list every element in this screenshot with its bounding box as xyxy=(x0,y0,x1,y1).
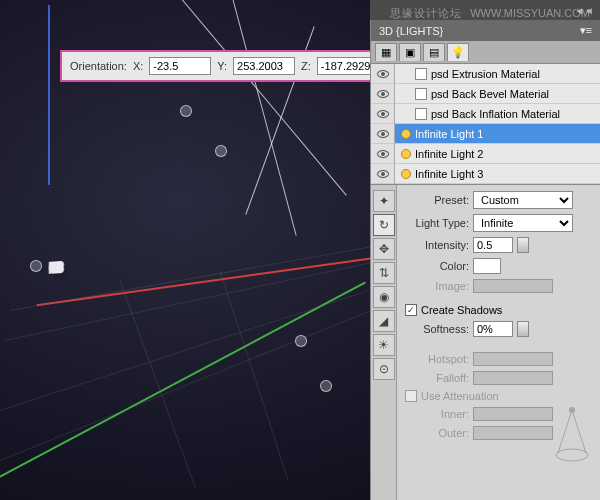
visibility-toggle[interactable] xyxy=(371,104,394,124)
shadows-label: Create Shadows xyxy=(421,304,502,316)
list-item-material[interactable]: psd Extrusion Material xyxy=(395,64,600,84)
intensity-label: Intensity: xyxy=(405,239,469,251)
watermark: 思缘设计论坛 WWW.MISSYUAN.COM xyxy=(390,6,590,21)
list-item-label: Infinite Light 3 xyxy=(415,168,484,180)
eye-icon xyxy=(377,170,389,178)
inner-label: Inner: xyxy=(405,408,469,420)
tool-infinite-light-icon[interactable]: ☀ xyxy=(373,334,395,356)
lighttype-select[interactable]: Infinite xyxy=(473,214,573,232)
orientation-y-input[interactable] xyxy=(233,57,295,75)
list-item-material[interactable]: psd Back Bevel Material xyxy=(395,84,600,104)
light-guide[interactable] xyxy=(223,0,296,236)
tab-mesh-icon[interactable]: ▣ xyxy=(399,43,421,61)
panel-title: 3D {LIGHTS} xyxy=(379,25,443,37)
visibility-toggle[interactable] xyxy=(371,124,394,144)
svg-line-2 xyxy=(572,410,586,453)
svg-point-0 xyxy=(556,449,588,461)
light-handle[interactable] xyxy=(215,145,227,157)
list-item-light[interactable]: Infinite Light 3 xyxy=(395,164,600,184)
z-label: Z: xyxy=(301,60,311,72)
grid-line xyxy=(120,280,196,487)
tab-scene-icon[interactable]: ▦ xyxy=(375,43,397,61)
light-guide[interactable] xyxy=(153,0,347,196)
preset-select[interactable]: Custom xyxy=(473,191,573,209)
tool-rotate-light[interactable]: ↻ xyxy=(373,214,395,236)
tool-spot-light-icon[interactable]: ◢ xyxy=(373,310,395,332)
grid-line xyxy=(0,286,381,411)
preset-label: Preset: xyxy=(405,194,469,206)
list-item-label: Infinite Light 2 xyxy=(415,148,484,160)
text-3d-object[interactable]: PSD xyxy=(50,193,57,293)
material-icon xyxy=(415,88,427,100)
tab-material-icon[interactable]: ▤ xyxy=(423,43,445,61)
grid-line xyxy=(0,310,371,461)
visibility-toggle[interactable] xyxy=(371,64,394,84)
tool-new-light[interactable]: ✦ xyxy=(373,190,395,212)
light-handle[interactable] xyxy=(180,105,192,117)
intensity-input[interactable] xyxy=(473,237,513,253)
list-item-light[interactable]: Infinite Light 1 xyxy=(395,124,600,144)
y-label: Y: xyxy=(217,60,227,72)
scene-list: psd Extrusion Material psd Back Bevel Ma… xyxy=(371,64,600,185)
tool-point-light-icon[interactable]: ◉ xyxy=(373,286,395,308)
softness-slider[interactable] xyxy=(517,321,529,337)
outer-label: Outer: xyxy=(405,427,469,439)
eye-icon xyxy=(377,90,389,98)
intensity-slider[interactable] xyxy=(517,237,529,253)
tool-slide-light[interactable]: ⇅ xyxy=(373,262,395,284)
panel-header[interactable]: 3D {LIGHTS} ▾≡ xyxy=(371,20,600,41)
panel-menu-icon[interactable]: ▾≡ xyxy=(580,24,592,37)
light-handle[interactable] xyxy=(30,260,42,272)
list-item-label: Infinite Light 1 xyxy=(415,128,484,140)
outer-slot xyxy=(473,426,553,440)
grid-line xyxy=(220,270,289,480)
light-icon xyxy=(401,169,411,179)
eye-icon xyxy=(377,110,389,118)
image-slot xyxy=(473,279,553,293)
inner-slot xyxy=(473,407,553,421)
svg-line-1 xyxy=(558,410,572,453)
panel-filter-tabs: ▦ ▣ ▤ 💡 xyxy=(371,41,600,64)
list-item-light[interactable]: Infinite Light 2 xyxy=(395,144,600,164)
visibility-toggle[interactable] xyxy=(371,164,394,184)
visibility-toggle[interactable] xyxy=(371,144,394,164)
orientation-x-input[interactable] xyxy=(149,57,211,75)
tool-toggle-lights[interactable]: ⊙ xyxy=(373,358,395,380)
attenuation-label: Use Attenuation xyxy=(421,390,499,402)
properties-section: ✦ ↻ ✥ ⇅ ◉ ◢ ☀ ⊙ Preset:Custom Light Type… xyxy=(371,185,600,500)
shadows-checkbox[interactable]: ✓ xyxy=(405,304,417,316)
light-cone-diagram xyxy=(552,405,592,465)
light-icon xyxy=(401,149,411,159)
list-item-material[interactable]: psd Back Inflation Material xyxy=(395,104,600,124)
light-icon xyxy=(401,129,411,139)
attenuation-checkbox xyxy=(405,390,417,402)
light-handle[interactable] xyxy=(320,380,332,392)
lights-panel: 3D {LIGHTS} ▾≡ ▦ ▣ ▤ 💡 psd Extrusion Mat… xyxy=(370,20,600,500)
visibility-toggle[interactable] xyxy=(371,84,394,104)
image-label: Image: xyxy=(405,280,469,292)
material-icon xyxy=(415,68,427,80)
grid-line xyxy=(10,241,404,311)
tool-pan-light[interactable]: ✥ xyxy=(373,238,395,260)
color-swatch[interactable] xyxy=(473,258,501,274)
x-label: X: xyxy=(133,60,143,72)
eye-icon xyxy=(377,150,389,158)
hotspot-label: Hotspot: xyxy=(405,353,469,365)
orientation-readout: Orientation: X: Y: Z: xyxy=(60,50,389,82)
softness-input[interactable] xyxy=(473,321,513,337)
visibility-column xyxy=(371,64,395,184)
orientation-label: Orientation: xyxy=(70,60,127,72)
light-tools: ✦ ↻ ✥ ⇅ ◉ ◢ ☀ ⊙ xyxy=(371,185,397,500)
falloff-label: Falloff: xyxy=(405,372,469,384)
eye-icon xyxy=(377,130,389,138)
list-item-label: psd Back Inflation Material xyxy=(431,108,560,120)
softness-label: Softness: xyxy=(405,323,469,335)
grid-line xyxy=(5,257,396,341)
tab-lights-icon[interactable]: 💡 xyxy=(447,43,469,61)
list-item-label: psd Back Bevel Material xyxy=(431,88,549,100)
light-handle[interactable] xyxy=(295,335,307,347)
material-icon xyxy=(415,108,427,120)
axis-z xyxy=(48,5,50,185)
svg-point-3 xyxy=(569,407,575,413)
hotspot-slot xyxy=(473,352,553,366)
